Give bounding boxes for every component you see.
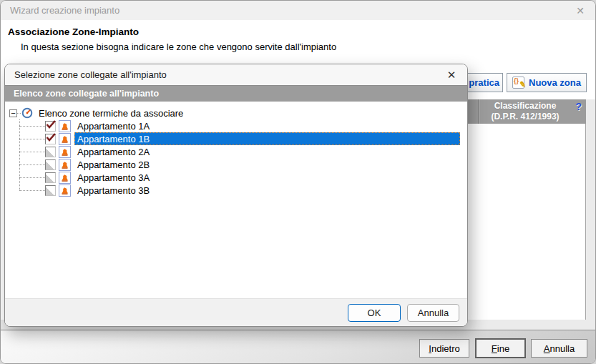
thermal-zone-icon (59, 185, 71, 197)
tree-connector (19, 190, 45, 191)
close-icon[interactable]: ✕ (572, 3, 589, 18)
tree-connector (19, 126, 45, 127)
finish-button-label: ine (497, 343, 509, 354)
tree-root-label: Elenco zone termiche da associare (36, 107, 185, 119)
tree-item-appartamento-2b[interactable]: Appartamento 2B (19, 158, 461, 171)
tree-item-label[interactable]: Appartamento 3B (74, 184, 460, 197)
column-header-classificazione: Classificazione (D.P.R. 412/1993) (480, 101, 570, 122)
checkmark-icon (45, 119, 57, 130)
checkmark-icon (45, 132, 57, 143)
collapse-expander-icon[interactable]: − (9, 109, 17, 117)
tree-root-row[interactable]: − Elenco zone termiche da associare (9, 107, 461, 119)
thermal-zone-icon (59, 159, 71, 171)
tree-connector (17, 113, 21, 114)
tree-item-label[interactable]: Appartamento 1B (74, 132, 460, 145)
tree-item-appartamento-3a[interactable]: Appartamento 3A (19, 171, 461, 184)
tree-item-label[interactable]: Appartamento 3A (74, 171, 460, 184)
zone-checkbox[interactable] (45, 159, 56, 170)
finish-button[interactable]: Fine (475, 338, 526, 358)
zone-checkbox[interactable] (45, 134, 56, 144)
thermal-zone-icon (59, 146, 71, 158)
column-header-line2: (D.P.R. 412/1993) (480, 112, 570, 122)
pratica-button-label: pratica (469, 77, 499, 88)
right-margin-strip (586, 99, 596, 320)
tree-item-appartamento-3b[interactable]: Appartamento 3B (19, 184, 461, 197)
dialog-titlebar: Selezione zone collegate all'impianto ✕ (5, 64, 467, 85)
wizard-window: Wizard creazione impianto ✕ Associazione… (0, 0, 596, 364)
back-button-label: ndietro (431, 343, 460, 354)
cancel-button-label: nnulla (549, 343, 575, 354)
tree-connector (19, 164, 45, 165)
dialog-title: Selezione zone collegate all'impianto (14, 69, 167, 80)
dialog-close-icon[interactable]: ✕ (443, 67, 460, 83)
new-page-pencil-icon: {} ✎ (512, 77, 524, 89)
column-separator (478, 99, 479, 124)
tree-connector (19, 177, 45, 178)
gauge-icon (21, 107, 33, 119)
tree-connector (19, 139, 45, 139)
column-header-line1: Classificazione (480, 101, 570, 112)
tree-connector (19, 152, 45, 152)
dialog-cancel-button[interactable]: Annulla (407, 304, 459, 322)
zone-checkbox[interactable] (45, 147, 56, 157)
pencil-glyph: ✎ (519, 79, 527, 89)
back-button[interactable]: Indietro (419, 339, 469, 358)
tree-item-appartamento-2a[interactable]: Appartamento 2A (19, 145, 461, 158)
nuova-zona-button-label: Nuova zona (529, 77, 581, 88)
wizard-footer: Indietro Fine Annulla (1, 330, 596, 364)
titlebar: Wizard creazione impianto ✕ (1, 1, 595, 20)
tree-item-label[interactable]: Appartamento 2B (74, 158, 460, 171)
zone-checkbox[interactable] (45, 172, 56, 183)
zone-checkbox[interactable] (45, 185, 56, 196)
finish-button-accel: F (492, 343, 497, 354)
zone-selection-dialog: Selezione zone collegate all'impianto ✕ … (4, 64, 468, 327)
tree-children: Appartamento 1A Appartamento 1B (19, 119, 461, 197)
page-title: Associazione Zone-Impianto (8, 26, 139, 37)
help-icon[interactable]: ? (575, 101, 582, 112)
thermal-zone-icon (59, 120, 71, 132)
zones-tree: − Elenco zone termiche da associare (5, 102, 467, 298)
squiggle-glyph: {} (514, 77, 519, 84)
cancel-button[interactable]: Annulla (531, 339, 587, 358)
page-subtitle: In questa sezione bisogna indicare le zo… (21, 41, 336, 52)
tree-item-label[interactable]: Appartamento 1A (74, 119, 460, 132)
dialog-band-title: Elenco zone collegate all'impianto (5, 85, 467, 102)
nuova-zona-button[interactable]: {} ✎ Nuova zona (507, 73, 587, 92)
tree-item-label[interactable]: Appartamento 2A (74, 145, 460, 158)
tree-item-appartamento-1a[interactable]: Appartamento 1A (19, 119, 461, 132)
ok-button[interactable]: OK (348, 304, 401, 322)
tree-item-appartamento-1b[interactable]: Appartamento 1B (19, 132, 461, 145)
thermal-zone-icon (59, 172, 71, 184)
thermal-zone-icon (59, 133, 71, 145)
window-title: Wizard creazione impianto (10, 5, 119, 16)
dialog-footer: OK Annulla (5, 298, 467, 326)
zone-checkbox[interactable] (45, 121, 56, 132)
